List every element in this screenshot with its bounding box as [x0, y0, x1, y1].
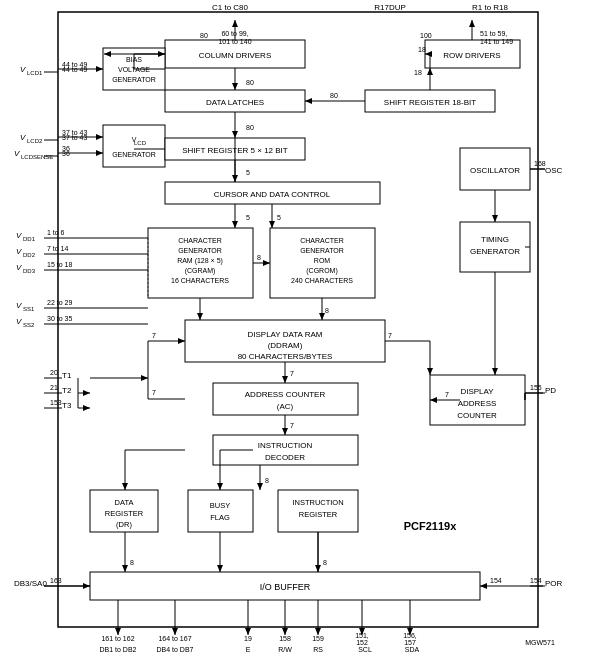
svg-marker-134	[217, 565, 223, 572]
svg-marker-86	[492, 368, 498, 375]
cgrom-label3: ROM	[314, 257, 331, 264]
db4db7-bottom: DB4 to DB7	[157, 646, 194, 653]
c1-c80-label: C1 to C80	[212, 3, 249, 12]
svg-marker-67	[178, 338, 185, 344]
vss1-pin: 22 to 29	[47, 299, 72, 306]
io-buffer-label: I/O BUFFER	[260, 582, 311, 592]
n164-167: 164 to 167	[158, 635, 191, 642]
svg-marker-78	[122, 565, 128, 572]
n80-c: 80	[330, 92, 338, 99]
row-drivers-label: ROW DRIVERS	[443, 51, 500, 60]
cgram-label1: CHARACTER	[178, 237, 222, 244]
vlcd1-label: V	[20, 65, 26, 74]
n7-ddram-right: 7	[388, 332, 392, 339]
row-pin-label: 51 to 59,	[480, 30, 507, 37]
dr-label1: DATA	[115, 498, 134, 507]
n7-b: 7	[290, 370, 294, 377]
shift-reg-18-label: SHIFT REGISTER 18-BIT	[384, 98, 476, 107]
t3-pin: 153	[50, 399, 62, 406]
svg-marker-73	[257, 483, 263, 490]
instr-dec-label2: DECODER	[265, 453, 305, 462]
n80-a: 80	[200, 32, 208, 39]
svg-marker-100	[315, 628, 321, 635]
ir-label1: INSTRUCTION	[292, 498, 343, 507]
osc-pin: 168	[534, 160, 546, 167]
n8-c: 8	[265, 477, 269, 484]
vlcd1-sub: LCD1	[27, 70, 43, 76]
n161-162: 161 to 162	[101, 635, 134, 642]
svg-marker-56	[232, 221, 238, 228]
n100-label: 100	[420, 32, 432, 39]
column-drivers-label: COLUMN DRIVERS	[199, 51, 271, 60]
n8-a: 8	[257, 254, 261, 261]
cgrom-label5: 240 CHARACTERS	[291, 277, 353, 284]
rs-bottom: RS	[313, 646, 323, 653]
dac-label3: COUNTER	[457, 411, 497, 420]
bias-voltage-label3: GENERATOR	[112, 76, 156, 83]
col-pin-label2: 101 to 140	[218, 38, 251, 45]
cgram-label3: RAM (128 × 5)	[177, 257, 223, 265]
vdd2-pin: 7 to 14	[47, 245, 69, 252]
scl-bottom: SCL	[358, 646, 372, 653]
svg-marker-37	[232, 20, 238, 27]
pd-label: PD	[545, 386, 556, 395]
n154-pin: 154	[490, 577, 502, 584]
cgram-label5: 16 CHARACTERS	[171, 277, 229, 284]
n18-row: 18	[418, 46, 426, 53]
bf-label1: BUSY	[210, 501, 230, 510]
vdd1-pin: 1 to 6	[47, 229, 65, 236]
cgrom-label2: GENERATOR	[300, 247, 344, 254]
ir-label2: REGISTER	[299, 510, 338, 519]
n19-pin: 19	[244, 635, 252, 642]
svg-marker-92	[115, 628, 121, 635]
t3-label: T3	[62, 401, 72, 410]
pd-pin: 155	[530, 384, 542, 391]
svg-marker-63	[197, 313, 203, 320]
svg-marker-82	[141, 375, 148, 381]
vdd2-sub: DD2	[23, 252, 36, 258]
svg-marker-43	[232, 83, 238, 90]
svg-marker-129	[480, 583, 487, 589]
dr-label3: (DR)	[116, 520, 132, 529]
n7-dac: 7	[445, 391, 449, 398]
svg-marker-65	[319, 313, 325, 320]
n5-a: 5	[246, 169, 250, 176]
n158-pin: 158	[279, 635, 291, 642]
svg-rect-6	[103, 125, 165, 167]
svg-marker-110	[96, 150, 103, 156]
n80-d: 80	[246, 124, 254, 131]
n8-dr: 8	[130, 559, 134, 566]
block-diagram: C1 to C80 R17DUP R1 to R18 COLUMN DRIVER…	[0, 0, 600, 663]
r1-r18-label: R1 to R18	[472, 3, 509, 12]
vss2-label: V	[16, 317, 22, 326]
n8-ir: 8	[323, 559, 327, 566]
instr-dec-label1: INSTRUCTION	[258, 441, 313, 450]
bf-label2: FLAG	[210, 513, 230, 522]
cgram-label2: GENERATOR	[178, 247, 222, 254]
timing-gen-label2: GENERATOR	[470, 247, 520, 256]
svg-marker-126	[427, 368, 433, 375]
n151-152b: 152	[356, 639, 368, 646]
col-pin-label: 60 to 99,	[221, 30, 248, 37]
vlcd-gen-label3: GENERATOR	[112, 151, 156, 158]
t2-pin: 21	[50, 384, 58, 391]
row-pin-label2: 141 to 149	[480, 38, 513, 45]
t1-pin: 20	[50, 369, 58, 376]
ddram-label1: DISPLAY DATA RAM	[248, 330, 323, 339]
copyright-label: MGW571	[525, 639, 555, 646]
svg-marker-98	[282, 628, 288, 635]
svg-rect-18	[188, 490, 253, 532]
t1-label: T1	[62, 371, 72, 380]
svg-marker-94	[172, 628, 178, 635]
svg-marker-106	[96, 66, 103, 72]
vdd1-label: V	[16, 231, 22, 240]
svg-marker-47	[427, 68, 433, 75]
svg-marker-52	[232, 131, 238, 138]
n18-b: 18	[414, 69, 422, 76]
dac-label1: DISPLAY	[460, 387, 494, 396]
n36: 36	[62, 145, 70, 152]
vss2-pin: 30 to 35	[47, 315, 72, 322]
timing-gen-label1: TIMING	[481, 235, 509, 244]
dr-label2: REGISTER	[105, 509, 144, 518]
svg-marker-45	[305, 98, 312, 104]
